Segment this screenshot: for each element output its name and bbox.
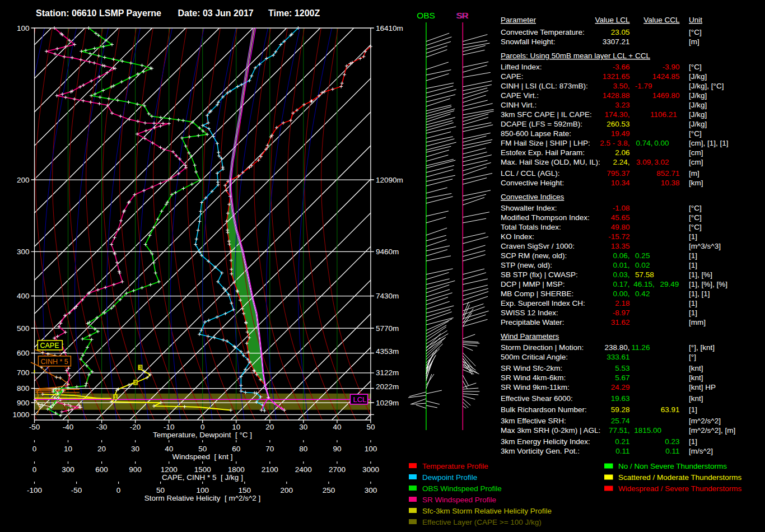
svg-text:[1]: [1]	[689, 251, 697, 260]
svg-text:-50: -50	[29, 423, 40, 431]
svg-text:Parcels: Using 50mB mean layer: Parcels: Using 50mB mean layer LCL + CCL	[501, 52, 650, 60]
svg-text:3307.21: 3307.21	[603, 38, 630, 46]
svg-text:0.00,: 0.00,	[613, 290, 629, 298]
svg-text:13.35: 13.35	[611, 242, 630, 250]
svg-text:Max. Hail Size (OLD, MU, IL):: Max. Hail Size (OLD, MU, IL):	[501, 158, 600, 166]
svg-text:238.80,: 238.80,	[604, 343, 629, 352]
svg-text:Dewpoint Profile: Dewpoint Profile	[422, 473, 477, 482]
svg-text:-3.66: -3.66	[613, 63, 630, 71]
svg-text:Modified Thompson Index:: Modified Thompson Index:	[501, 213, 590, 222]
svg-text:1200: 1200	[161, 465, 178, 474]
svg-text:57.58: 57.58	[635, 270, 654, 279]
svg-text:2400: 2400	[295, 465, 312, 474]
svg-text:-40: -40	[63, 423, 74, 431]
svg-text:50: 50	[366, 423, 375, 431]
svg-text:Exp. Supercell Index CH:: Exp. Supercell Index CH:	[501, 299, 585, 307]
svg-text:2700: 2700	[329, 465, 346, 474]
svg-text:10.38: 10.38	[661, 179, 680, 187]
svg-text:-1.79: -1.79	[635, 82, 652, 90]
svg-text:4353m: 4353m	[376, 347, 399, 356]
svg-text:KO Index:: KO Index:	[501, 232, 534, 241]
svg-text:[°C]: [°C]	[689, 63, 702, 71]
svg-text:OBS: OBS	[417, 11, 435, 20]
svg-text:20: 20	[97, 445, 106, 453]
svg-text:CAPE, CINH * 5 [ J/kg ]: CAPE, CINH * 5 [ J/kg ]	[162, 473, 243, 482]
svg-text:70: 70	[265, 445, 274, 453]
svg-text:19.49: 19.49	[611, 129, 630, 138]
svg-text:19.63: 19.63	[611, 394, 630, 403]
svg-text:SB STP (fix) | CWASP:: SB STP (fix) | CWASP:	[501, 270, 578, 279]
svg-text:12090m: 12090m	[376, 176, 403, 184]
svg-text:600: 600	[95, 465, 108, 474]
svg-text:5.67: 5.67	[615, 374, 629, 382]
svg-text:1424.85: 1424.85	[652, 72, 680, 81]
svg-text:10: 10	[232, 423, 240, 431]
svg-text:[m^3/s^3]: [m^3/s^3]	[689, 242, 721, 250]
svg-text:7430m: 7430m	[376, 292, 399, 300]
svg-text:30: 30	[299, 423, 307, 431]
svg-text:0: 0	[32, 465, 37, 474]
svg-text:Wind Parameters: Wind Parameters	[501, 332, 559, 340]
svg-text:[knt] HP: [knt] HP	[689, 383, 716, 391]
svg-text:Parameter: Parameter	[501, 16, 537, 24]
svg-text:20: 20	[265, 423, 274, 431]
svg-text:260.53: 260.53	[607, 120, 629, 128]
svg-text:[km]: [km]	[689, 179, 703, 187]
svg-text:16410m: 16410m	[376, 24, 403, 32]
svg-text:850-600 Lapse Rate:: 850-600 Lapse Rate:	[501, 129, 571, 138]
svg-text:DCAPE (LFS = 592mB):: DCAPE (LFS = 592mB):	[501, 120, 582, 128]
svg-text:CAPE:: CAPE:	[501, 72, 524, 81]
svg-text:SR Wind 9km-11km:: SR Wind 9km-11km:	[501, 383, 570, 391]
svg-text:0.02: 0.02	[635, 261, 650, 269]
svg-text:Bulk Richardson Number:: Bulk Richardson Number:	[501, 405, 587, 414]
svg-text:LCL: LCL	[353, 395, 367, 404]
svg-text:[J/kg]: [J/kg]	[689, 91, 707, 100]
svg-text:[°], [knt]: [°], [knt]	[689, 343, 715, 352]
svg-text:DCP | MMP | MSP:: DCP | MMP | MSP:	[501, 280, 565, 288]
svg-text:90: 90	[333, 445, 341, 453]
svg-text:100: 100	[365, 445, 377, 453]
svg-text:250: 250	[323, 486, 335, 494]
svg-text:0.11: 0.11	[615, 447, 629, 455]
svg-text:2100: 2100	[262, 465, 278, 474]
svg-text:11.26: 11.26	[632, 343, 650, 352]
svg-text:2: 2	[134, 380, 137, 385]
svg-text:23.05: 23.05	[611, 28, 630, 36]
svg-text:333.61: 333.61	[607, 353, 629, 361]
svg-text:3122m: 3122m	[376, 368, 399, 377]
svg-text:1469.80: 1469.80	[652, 91, 680, 100]
svg-text:200: 200	[17, 176, 30, 184]
svg-text:3.09,: 3.09,	[636, 158, 653, 166]
svg-text:Temperature Profile: Temperature Profile	[422, 462, 488, 470]
svg-text:[1], [%]: [1], [%]	[689, 270, 712, 279]
svg-text:Widespread / Severe Thundersto: Widespread / Severe Thunderstorms	[618, 484, 742, 493]
svg-text:29.49: 29.49	[660, 280, 679, 288]
svg-text:Unit: Unit	[689, 16, 702, 24]
svg-text:LCL / CCL (AGL):: LCL / CCL (AGL):	[501, 169, 560, 178]
svg-text:Storm Direction | Motion:: Storm Direction | Motion:	[501, 343, 584, 352]
svg-text:80: 80	[299, 445, 307, 453]
svg-text:1500: 1500	[194, 465, 211, 474]
svg-text:10.34: 10.34	[611, 179, 630, 187]
svg-text:5770m: 5770m	[376, 324, 399, 333]
svg-text:0.00: 0.00	[654, 139, 669, 147]
svg-text:MB Comp | SHERBE:: MB Comp | SHERBE:	[501, 290, 573, 298]
svg-text:[J/kg]: [J/kg]	[689, 110, 707, 119]
svg-text:-3.90: -3.90	[663, 63, 680, 71]
svg-text:SWISS 12 Index:: SWISS 12 Index:	[501, 309, 558, 317]
svg-text:Effective Shear 6000:: Effective Shear 6000:	[501, 394, 573, 403]
svg-text:STP (new, old):: STP (new, old):	[501, 261, 552, 269]
svg-text:900: 900	[17, 399, 30, 407]
svg-text:Convective Temperature:: Convective Temperature:	[501, 28, 585, 36]
svg-text:800: 800	[17, 384, 30, 393]
svg-text:[m^2/s^2], [m]: [m^2/s^2], [m]	[689, 426, 735, 435]
svg-text:24.29: 24.29	[611, 383, 630, 391]
svg-text:0.42: 0.42	[635, 290, 650, 298]
svg-text:[1]: [1]	[689, 309, 697, 317]
svg-text:2.5 - 3.8,: 2.5 - 3.8,	[600, 139, 629, 147]
svg-text:0.03,: 0.03,	[613, 270, 629, 279]
svg-text:1: 1	[114, 394, 117, 400]
svg-text:[1]: [1]	[689, 261, 697, 269]
svg-text:CAPE: CAPE	[40, 342, 59, 349]
svg-text:10: 10	[64, 445, 72, 453]
